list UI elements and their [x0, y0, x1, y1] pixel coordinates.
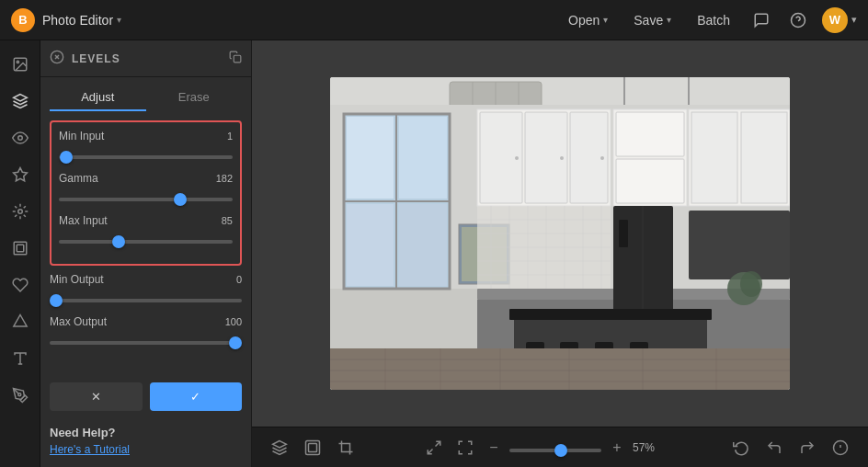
save-button[interactable]: Save ▾ — [622, 9, 682, 31]
paint-icon[interactable] — [4, 379, 37, 412]
max-output-slider[interactable] — [50, 341, 242, 345]
svg-point-7 — [17, 210, 22, 214]
zoom-controls: − + 57% — [421, 435, 666, 461]
help-link[interactable]: Here's a Tutorial — [50, 443, 242, 456]
svg-rect-16 — [234, 55, 241, 63]
app-title-group[interactable]: Photo Editor ▾ — [42, 13, 121, 28]
min-output-slider[interactable] — [50, 299, 242, 302]
tab-erase[interactable]: Erase — [146, 85, 243, 111]
svg-point-12 — [17, 393, 20, 396]
user-chevron: ▾ — [851, 14, 857, 26]
chat-icon[interactable] — [748, 7, 774, 33]
zoom-slider-container — [509, 439, 601, 456]
min-output-row: Min Output 0 — [50, 273, 242, 306]
panel-content: Min Input 1 Gamma 182 Max Input — [40, 111, 251, 375]
zoom-in-button[interactable]: + — [607, 438, 627, 458]
svg-point-43 — [600, 156, 604, 160]
batch-button[interactable]: Batch — [686, 9, 741, 31]
user-menu[interactable]: W ▾ — [822, 7, 857, 33]
panel-back-button[interactable] — [50, 50, 64, 68]
bottom-tools — [267, 435, 359, 461]
svg-marker-4 — [13, 95, 27, 102]
app-title-chevron: ▾ — [117, 15, 121, 25]
svg-rect-45 — [616, 112, 684, 156]
sidebar-icons — [0, 40, 40, 467]
topbar-right: W ▾ — [748, 7, 857, 33]
min-output-value: 0 — [236, 274, 242, 285]
photo-frame — [330, 77, 790, 390]
svg-marker-6 — [13, 168, 27, 181]
svg-rect-9 — [17, 245, 24, 252]
confirm-button[interactable]: ✓ — [150, 382, 243, 411]
layers-icon[interactable] — [4, 85, 37, 118]
star-icon[interactable] — [4, 158, 37, 191]
app-logo[interactable]: B — [11, 8, 35, 32]
help-title: Need Help? — [50, 426, 242, 439]
svg-rect-49 — [741, 112, 787, 203]
gamma-row: Gamma 182 — [59, 172, 233, 205]
panel-title: LEVELS — [72, 52, 120, 65]
svg-rect-34 — [399, 204, 447, 286]
min-input-value: 1 — [227, 131, 233, 142]
max-output-value: 100 — [225, 316, 242, 327]
svg-point-5 — [17, 136, 22, 141]
svg-point-42 — [560, 156, 564, 160]
panel-tabs: Adjust Erase — [40, 77, 251, 111]
frame-icon[interactable] — [4, 232, 37, 265]
canvas-area: − + 57% — [252, 40, 868, 467]
svg-point-3 — [17, 61, 18, 63]
shape-icon[interactable] — [4, 305, 37, 338]
bottom-bar: − + 57% — [252, 427, 868, 467]
zoom-slider[interactable] — [509, 449, 601, 452]
effects-icon[interactable] — [4, 195, 37, 228]
gamma-label: Gamma — [59, 172, 98, 185]
image-icon[interactable] — [4, 48, 37, 81]
panel-actions: ✕ ✓ — [40, 375, 251, 418]
fullscreen-icon[interactable] — [452, 435, 478, 461]
gamma-slider[interactable] — [59, 198, 233, 201]
layers-bottom-icon[interactable] — [267, 435, 292, 461]
cancel-button[interactable]: ✕ — [50, 382, 143, 411]
info-icon[interactable] — [828, 435, 853, 461]
text-icon[interactable] — [4, 342, 37, 375]
svg-point-73 — [740, 271, 762, 297]
open-button[interactable]: Open ▾ — [557, 9, 619, 31]
max-input-row: Max Input 85 — [59, 214, 233, 247]
panel-copy-button[interactable] — [229, 51, 242, 66]
svg-line-90 — [436, 441, 440, 446]
svg-rect-62 — [330, 348, 790, 390]
frames-bottom-icon[interactable] — [300, 435, 326, 461]
eye-icon[interactable] — [4, 121, 37, 154]
help-icon[interactable] — [785, 7, 811, 33]
min-input-slider[interactable] — [59, 155, 233, 159]
rotate-icon[interactable] — [728, 435, 754, 461]
max-input-slider[interactable] — [59, 240, 233, 244]
min-input-label: Min Input — [59, 130, 104, 142]
max-input-value: 85 — [222, 215, 233, 226]
redo-icon[interactable] — [794, 435, 820, 461]
svg-rect-31 — [347, 117, 394, 199]
panel-header: LEVELS — [40, 40, 251, 77]
gamma-value: 182 — [216, 173, 233, 184]
svg-point-41 — [515, 156, 519, 160]
svg-rect-55 — [689, 211, 790, 279]
max-output-row: Max Output 100 — [50, 315, 242, 348]
tab-adjust[interactable]: Adjust — [50, 85, 146, 111]
topbar: B Photo Editor ▾ Open ▾ Save ▾ Batch W ▾ — [0, 0, 868, 40]
crop-bottom-icon[interactable] — [333, 435, 359, 461]
svg-rect-89 — [309, 443, 317, 451]
topbar-nav: Open ▾ Save ▾ Batch — [557, 9, 741, 31]
canvas-container[interactable] — [252, 40, 868, 427]
main-area: LEVELS Adjust Erase Min Input 1 — [0, 40, 868, 467]
svg-rect-33 — [347, 204, 394, 286]
svg-rect-48 — [691, 112, 737, 203]
svg-rect-57 — [509, 309, 712, 320]
svg-line-91 — [428, 449, 432, 453]
max-input-label: Max Input — [59, 214, 108, 227]
svg-rect-32 — [399, 117, 447, 199]
heart-icon[interactable] — [4, 268, 37, 302]
expand-icon[interactable] — [421, 435, 447, 461]
undo-icon[interactable] — [761, 435, 787, 461]
zoom-out-button[interactable]: − — [484, 438, 504, 458]
svg-marker-87 — [273, 440, 287, 448]
